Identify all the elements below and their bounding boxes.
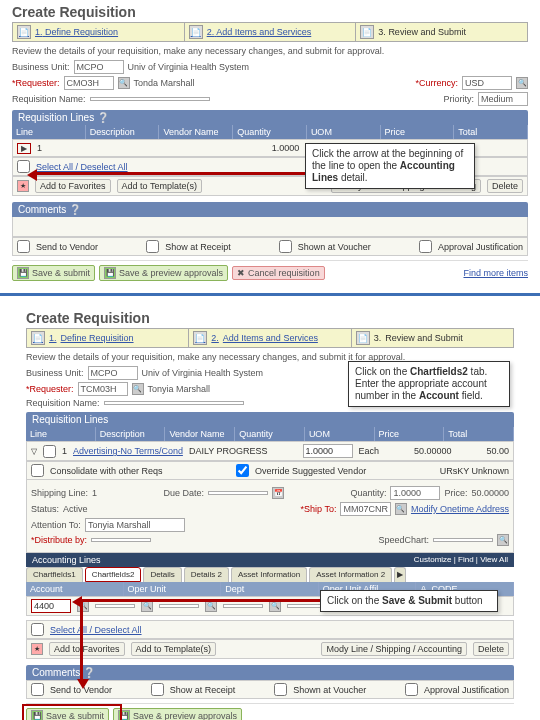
attention-input[interactable]: Tonyia Marshall [85, 518, 185, 532]
calendar-icon[interactable]: 📅 [272, 487, 284, 499]
speedchart-input[interactable] [433, 538, 493, 542]
tab-chartfields1[interactable]: Chartfields1 [26, 567, 83, 582]
distribute-label: *Distribute by: [31, 535, 87, 545]
form-icon: 📄 [17, 25, 31, 39]
send-vendor-checkbox[interactable] [31, 683, 44, 696]
tab-expand-icon[interactable]: ▶ [394, 567, 406, 582]
tab-asset-info2[interactable]: Asset Information 2 [309, 567, 392, 582]
help-icon[interactable]: ❔ [97, 112, 109, 123]
col-uom: UOM [307, 125, 381, 139]
disk-icon: 💾 [104, 267, 116, 279]
delete-button[interactable]: Delete [487, 179, 523, 193]
cancel-req-button[interactable]: ✖ Cancel requisition [232, 266, 325, 280]
grid-header: Line Description Vendor Name Quantity UO… [12, 125, 528, 139]
add-template-button[interactable]: Add to Template(s) [117, 179, 202, 193]
wizard-step-2[interactable]: 📄2. Add Items and Services [185, 23, 357, 41]
override-checkbox[interactable] [236, 464, 249, 477]
row-qty[interactable]: 1.0000 [303, 444, 353, 458]
add-favorites-button[interactable]: Add to Favorites [35, 179, 111, 193]
help-icon[interactable]: ❔ [83, 667, 95, 678]
consolidate-label: Consolidate with other Reqs [50, 466, 163, 476]
account-input[interactable]: 4400 [31, 599, 71, 613]
row-vendor: DAILY PROGRESS [189, 446, 268, 456]
disk-icon: 💾 [118, 710, 130, 720]
dept-input[interactable] [159, 604, 199, 608]
select-all-link[interactable]: Select All / Deselect All [36, 162, 128, 172]
shipto-input[interactable]: MM07CNR [340, 502, 391, 516]
approval-just-checkbox[interactable] [405, 683, 418, 696]
due-input[interactable] [208, 491, 268, 495]
row-checkbox[interactable] [43, 445, 56, 458]
select-all-checkbox[interactable] [31, 623, 44, 636]
modify-address-link[interactable]: Modify Onetime Address [411, 504, 509, 514]
delete-button[interactable]: Delete [473, 642, 509, 656]
save-submit-button[interactable]: 💾 Save & submit [12, 265, 95, 281]
qty-label: Quantity: [350, 488, 386, 498]
reqname-input[interactable] [104, 401, 244, 405]
select-all-link[interactable]: Select All / Deselect All [50, 625, 142, 635]
wizard-step-2[interactable]: 📄2. Add Items and Services [189, 329, 351, 347]
requester-label: *Requester: [26, 384, 74, 394]
currency-value[interactable]: USD [462, 76, 512, 90]
row-desc[interactable]: Advertising-No Terms/Cond [73, 446, 183, 456]
accounting-lines-header: Accounting Lines Customize | Find | View… [26, 553, 514, 567]
lookup-icon[interactable]: 🔍 [395, 503, 407, 515]
lookup-icon[interactable]: 🔍 [497, 534, 509, 546]
wizard-step-3[interactable]: 📄3. Review and Submit [352, 329, 513, 347]
consolidate-checkbox[interactable] [31, 464, 44, 477]
expand-arrow[interactable]: ▽ [31, 447, 37, 456]
show-voucher-checkbox[interactable] [274, 683, 287, 696]
callout-2: Click on the Chartfields2 tab. Enter the… [348, 361, 510, 407]
lookup-icon[interactable]: 🔍 [118, 77, 130, 89]
reqname-input[interactable] [90, 97, 210, 101]
approval-just-checkbox[interactable] [419, 240, 432, 253]
form-icon: 📄 [360, 25, 374, 39]
bu-value[interactable]: MCPO [74, 60, 124, 74]
step-label: 3. Review and Submit [378, 27, 466, 37]
tab-details2[interactable]: Details 2 [184, 567, 229, 582]
show-voucher-checkbox[interactable] [279, 240, 292, 253]
reqname-label: Requisition Name: [12, 94, 86, 104]
speedchart-label: SpeedChart: [378, 535, 429, 545]
wizard-step-1[interactable]: 📄1. Define Requisition [27, 329, 189, 347]
col-qty: Quantity [233, 125, 307, 139]
send-vendor-checkbox[interactable] [17, 240, 30, 253]
distribute-input[interactable] [91, 538, 151, 542]
customize-find-link[interactable]: Customize | Find | View All [414, 555, 508, 565]
tab-asset-info[interactable]: Asset Information [231, 567, 307, 582]
modify-line-button[interactable]: Mody Line / Shipping / Accounting [321, 642, 467, 656]
lookup-icon[interactable]: 🔍 [132, 383, 144, 395]
status-label: Status: [31, 504, 59, 514]
show-receipt-checkbox[interactable] [146, 240, 159, 253]
find-more-link[interactable]: Find more items [463, 268, 528, 278]
show-receipt-checkbox[interactable] [151, 683, 164, 696]
priority-value[interactable]: Medium [478, 92, 528, 106]
wizard-step-1[interactable]: 📄1. Define Requisition [13, 23, 185, 41]
requester-value[interactable]: TCM03H [78, 382, 128, 396]
operunit-input[interactable] [95, 604, 135, 608]
help-icon[interactable]: ❔ [69, 204, 81, 215]
due-label: Due Date: [163, 488, 204, 498]
wizard-step-3[interactable]: 📄3. Review and Submit [356, 23, 527, 41]
qty-input[interactable]: 1.0000 [390, 486, 440, 500]
tab-chartfields2[interactable]: Chartfields2 [85, 567, 142, 582]
affil-input[interactable] [223, 604, 263, 608]
approval-just-label: Approval Justification [438, 242, 523, 252]
add-template-button[interactable]: Add to Template(s) [131, 642, 216, 656]
lookup-icon[interactable]: 🔍 [516, 77, 528, 89]
show-voucher-label: Shown at Voucher [298, 242, 371, 252]
caption: Review the details of your requisition, … [12, 46, 528, 56]
ship-line-label: Shipping Line: [31, 488, 88, 498]
col-vendor: Vendor Name [165, 427, 235, 441]
save-submit-button[interactable]: 💾 Save & submit [26, 708, 109, 720]
save-preview-button[interactable]: 💾 Save & preview approvals [99, 265, 228, 281]
save-preview-button[interactable]: 💾 Save & preview approvals [113, 708, 242, 720]
attention-label: Attention To: [31, 520, 81, 530]
col-operunit: Oper Unit [124, 582, 222, 596]
add-favorites-button[interactable]: Add to Favorites [49, 642, 125, 656]
bu-value[interactable]: MCPO [88, 366, 138, 380]
requester-value[interactable]: CMO3H [64, 76, 114, 90]
callout-1: Click the arrow at the beginning of the … [305, 143, 475, 189]
expand-arrow[interactable]: ▶ [17, 143, 31, 154]
tab-details[interactable]: Details [143, 567, 181, 582]
